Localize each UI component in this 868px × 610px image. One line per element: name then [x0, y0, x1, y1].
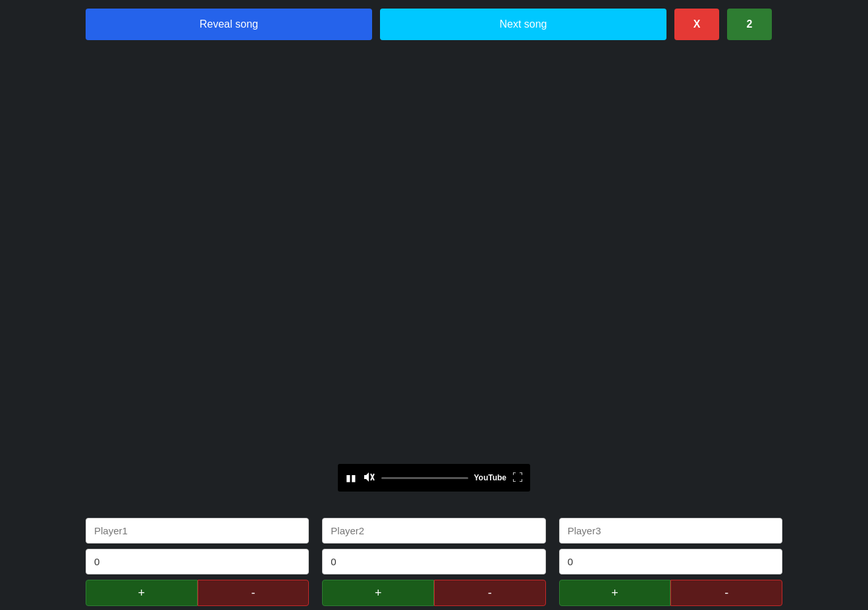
- next-song-button[interactable]: Next song: [380, 9, 666, 40]
- number-button[interactable]: 2: [727, 9, 772, 40]
- player3-score-input[interactable]: [559, 549, 782, 574]
- x-button[interactable]: X: [674, 9, 719, 40]
- svg-marker-0: [364, 472, 369, 482]
- player3-plus-button[interactable]: +: [559, 580, 671, 606]
- player1-plus-button[interactable]: +: [86, 580, 198, 606]
- player3-minus-button[interactable]: -: [670, 580, 782, 606]
- fullscreen-button[interactable]: [512, 471, 524, 485]
- player3-buttons: + -: [559, 580, 782, 606]
- player1-name-input[interactable]: [86, 518, 309, 544]
- bottom-panel: + - + - + -: [0, 505, 868, 610]
- player3-section: + -: [559, 518, 782, 606]
- yt-controls: ▮▮: [344, 471, 468, 485]
- pause-button[interactable]: ▮▮: [344, 471, 358, 484]
- player3-name-input[interactable]: [559, 518, 782, 544]
- player1-minus-button[interactable]: -: [198, 580, 310, 606]
- top-bar: Reveal song Next song X 2: [0, 0, 868, 49]
- youtube-logo: YouTube: [474, 473, 506, 482]
- player2-plus-button[interactable]: +: [322, 580, 434, 606]
- player2-score-input[interactable]: [322, 549, 545, 574]
- player2-buttons: + -: [322, 580, 545, 606]
- player2-minus-button[interactable]: -: [434, 580, 546, 606]
- player2-section: + -: [322, 518, 545, 606]
- main-area: ▮▮ YouTube: [0, 49, 868, 505]
- yt-progress-bar[interactable]: [381, 477, 468, 479]
- player2-name-input[interactable]: [322, 518, 545, 544]
- player1-section: + -: [86, 518, 309, 606]
- youtube-player: ▮▮ YouTube: [338, 464, 530, 492]
- mute-button[interactable]: [363, 471, 376, 485]
- reveal-song-button[interactable]: Reveal song: [86, 9, 372, 40]
- player1-buttons: + -: [86, 580, 309, 606]
- youtube-logo-text: YouTube: [474, 473, 506, 482]
- player1-score-input[interactable]: [86, 549, 309, 574]
